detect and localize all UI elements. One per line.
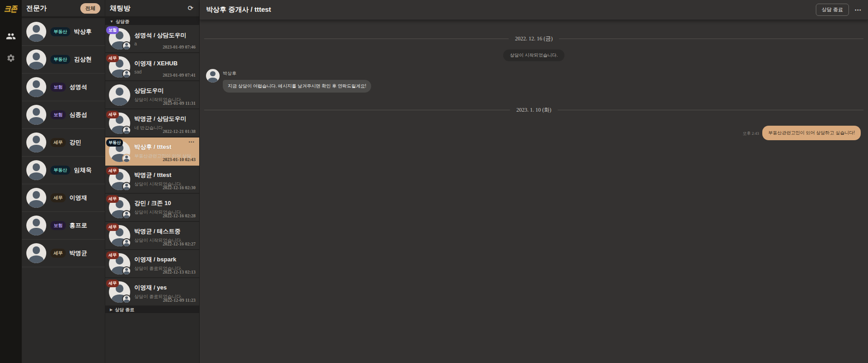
chat-room-list: 보험 성명석 / 상담도우미 a 2023-01-09 07:46 ⋯ 세무 [105, 25, 199, 306]
room-timestamp: 2023-01-09 11:31 [163, 101, 196, 106]
date-divider-label: 2023. 1. 10 (화) [516, 106, 551, 114]
room-timestamp: 2023-01-09 07:41 [163, 73, 196, 78]
expert-list-item[interactable]: 보험 심종섭 [22, 101, 105, 129]
chat-room-item[interactable]: 세무 박명균 / tttest 상담이 시작되었습니다. 2022-12-16 … [105, 166, 199, 194]
expert-avatar [26, 49, 46, 69]
chat-room-item[interactable]: 세무 박명균 / 상담도우미 네 반갑습니다 2022-12-21 01:38 … [105, 109, 199, 137]
room-category-badge: 세무 [106, 195, 119, 203]
experts-panel: 전문가 전체 부동산 박상후 부동산 김상현 보험 [22, 0, 105, 363]
date-divider: 2023. 1. 10 (화) [204, 106, 863, 114]
room-avatar-group: 세무 [109, 197, 130, 218]
date-divider: 2022. 12. 16 (금) [204, 35, 863, 43]
expert-avatar [26, 105, 46, 125]
filter-all-button[interactable]: 전체 [80, 3, 100, 14]
section-ended[interactable]: ▶ 상담 종료 [105, 306, 199, 313]
room-timestamp: 2022-12-09 11:23 [163, 298, 196, 303]
room-more-icon[interactable]: ⋯ [188, 138, 195, 145]
message-scroll-area[interactable]: 2022. 12. 16 (금) 상담이 시작되었습니다. 박상후 지금 상담이… [200, 20, 868, 363]
room-avatar-group: 세무 [109, 56, 130, 78]
room-title: 강민 / 크존 10 [134, 199, 182, 207]
section-consulting-label: 상담중 [116, 19, 129, 25]
room-avatar-group: 보험 [109, 28, 130, 49]
experts-panel-title: 전문가 [26, 4, 47, 13]
chevron-right-icon: ▶ [110, 308, 113, 312]
expert-avatar [26, 22, 46, 42]
expert-list-item[interactable]: 보험 성명석 [22, 74, 105, 101]
end-consultation-button[interactable]: 상담 종료 [816, 4, 849, 16]
chat-room-item[interactable]: 보험 성명석 / 상담도우미 a 2023-01-09 07:46 ⋯ [105, 25, 199, 53]
expert-category-badge: 부동산 [50, 55, 70, 64]
divider-line [559, 39, 863, 39]
chevron-down-icon: ▼ [110, 20, 113, 24]
expert-category-badge: 부동산 [50, 27, 70, 36]
room-avatar-group: 세무 [109, 281, 130, 303]
room-category-badge: 세무 [106, 167, 119, 175]
chat-room-item[interactable]: 부동산 박상후 / tttest 부동산관련고민이 있어 상담하고 싶... 2… [105, 137, 199, 166]
room-sub-avatar [122, 238, 131, 247]
room-sub-avatar [122, 154, 131, 163]
expert-category-badge: 세무 [50, 138, 66, 147]
room-timestamp: 2023-01-09 07:46 [163, 44, 196, 49]
chat-rooms-header: 채팅방 ⟳ [105, 0, 199, 18]
expert-name: 김상현 [74, 55, 92, 64]
sender-avatar [206, 69, 220, 83]
divider-line [204, 110, 510, 110]
expert-list-item[interactable]: 세무 박명균 [22, 240, 105, 267]
chat-room-item[interactable]: 상담도우미 상담이 시작되었습니다. 2023-01-09 11:31 ⋯ [105, 81, 199, 109]
expert-avatar [26, 160, 46, 180]
room-avatar-group: 세무 [109, 113, 130, 134]
expert-category-badge: 부동산 [50, 166, 70, 175]
room-timestamp: 2023-01-10 02:43 [163, 157, 196, 162]
expert-list-item[interactable]: 부동산 김상현 [22, 46, 105, 74]
room-sub-avatar [122, 41, 131, 50]
room-category-badge: 세무 [106, 280, 119, 287]
chat-room-item[interactable]: 세무 강민 / 크존 10 상담이 시작되었습니다. 2022-12-16 02… [105, 194, 199, 222]
expert-name: 임채욱 [74, 166, 92, 174]
room-category-badge: 세무 [106, 251, 119, 259]
sender-name: 박상후 [223, 70, 236, 77]
system-message-row: 상담이 시작되었습니다. [200, 49, 868, 61]
gear-icon [6, 54, 15, 64]
room-text-column: 이영재 / XEHUB sad [134, 59, 177, 74]
expert-name: 심종섭 [69, 111, 87, 119]
room-sub-avatar [122, 266, 131, 275]
chat-rooms-title: 채팅방 [110, 4, 130, 13]
expert-list-item[interactable]: 부동산 임채욱 [22, 157, 105, 184]
room-sub-avatar [122, 210, 131, 219]
expert-name: 강민 [69, 138, 81, 147]
room-timestamp: 2022-12-16 02:30 [163, 185, 196, 190]
expert-avatar [26, 132, 46, 152]
expert-category-badge: 세무 [50, 249, 66, 258]
settings-nav-button[interactable] [6, 54, 16, 64]
room-avatar-group [109, 84, 130, 106]
expert-avatar [26, 77, 46, 97]
room-title: 박상후 / tttest [134, 143, 197, 151]
chat-room-item[interactable]: 세무 이영재 / bspark 상담이 종료되었습니다. 2022-12-13 … [105, 250, 199, 278]
refresh-icon[interactable]: ⟳ [186, 4, 195, 12]
expert-list-item[interactable]: 보험 홍프로 [22, 212, 105, 240]
expert-name: 이영재 [69, 194, 87, 202]
nav-rail: 크존 [0, 0, 22, 363]
chat-room-item[interactable]: 세무 이영재 / XEHUB sad 2023-01-09 07:41 ⋯ [105, 53, 199, 81]
room-title: 이영재 / XEHUB [134, 59, 177, 68]
app-window: 크존 전문가 전체 부동산 박상후 [0, 0, 868, 363]
chat-room-item[interactable]: 세무 박명균 / 테스트중 상담이 시작되었습니다. 2022-12-16 02… [105, 222, 199, 250]
room-category-badge: 세무 [106, 223, 119, 231]
expert-list-item[interactable]: 부동산 박상후 [22, 18, 105, 46]
room-text-column: 성명석 / 상담도우미 a [134, 31, 186, 46]
section-consulting[interactable]: ▼ 상담중 [105, 18, 199, 25]
room-category-badge: 세무 [106, 54, 119, 62]
room-avatar [109, 84, 130, 106]
expert-category-badge: 보험 [50, 221, 66, 230]
expert-list-item[interactable]: 세무 이영재 [22, 184, 105, 212]
expert-name: 성명석 [69, 83, 87, 91]
expert-list-item[interactable]: 세무 강민 [22, 129, 105, 157]
experts-nav-button[interactable] [6, 32, 16, 42]
room-title: 박명균 / 테스트중 [134, 227, 182, 235]
divider-line [204, 39, 509, 39]
room-sub-avatar [122, 182, 131, 191]
chat-room-item[interactable]: 세무 이영재 / yes 상담이 종료되었습니다. 2022-12-09 11:… [105, 278, 199, 306]
chat-room-list-empty-area [105, 313, 199, 363]
room-avatar-group: 부동산 [109, 141, 130, 162]
more-options-icon[interactable]: ⋯ [854, 6, 862, 14]
